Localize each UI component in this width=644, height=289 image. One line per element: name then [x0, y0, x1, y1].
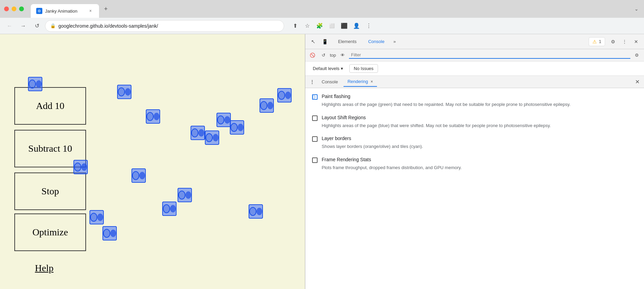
animated-square: [146, 109, 160, 124]
toolbar: ← → ↺ 🔒 googlechrome.github.io/devtools-…: [0, 18, 644, 34]
lock-icon: 🔒: [50, 23, 56, 28]
back-button[interactable]: ←: [4, 20, 15, 31]
inspect-element-button[interactable]: ↖: [308, 37, 318, 47]
layer-borders-header: Layer borders: [312, 136, 637, 142]
reload-button[interactable]: ↺: [31, 20, 42, 31]
animated-square: [131, 168, 146, 183]
more-icon: ⋮: [622, 39, 627, 44]
filter-input[interactable]: [349, 52, 630, 59]
frame-rendering-title: Frame Rendering Stats: [322, 157, 371, 162]
cursor-icon: ↖: [311, 39, 316, 45]
tab-rendering[interactable]: Rendering ×: [344, 77, 377, 87]
traffic-lights: [4, 6, 24, 11]
rendering-tab-bar: ⋮ Console Rendering × ✕: [305, 76, 644, 88]
tab-console[interactable]: Console: [363, 37, 390, 46]
more-button[interactable]: ⋮: [363, 20, 374, 31]
levels-label: Default levels: [313, 66, 339, 71]
close-traffic-light[interactable]: [4, 6, 9, 11]
close-rendering-panel[interactable]: ✕: [633, 78, 641, 86]
layout-shift-checkbox[interactable]: [312, 115, 318, 121]
paint-flashing-header: Paint flashing: [312, 94, 637, 100]
levels-bar: Default levels ▾ No Issues: [305, 61, 644, 76]
eye-button[interactable]: 👁: [338, 51, 347, 60]
paint-flashing-checkbox[interactable]: [312, 94, 318, 100]
tab-bar: Janky Animation × +: [31, 0, 630, 18]
add-10-button[interactable]: Add 10: [14, 87, 86, 125]
layer-borders-checkbox[interactable]: [312, 136, 318, 142]
frame-rendering-option: Frame Rendering Stats Plots frame throug…: [312, 157, 637, 171]
tab-console-rendering[interactable]: Console: [318, 77, 342, 86]
forward-icon: →: [20, 23, 26, 29]
default-levels-button[interactable]: Default levels ▾: [309, 65, 347, 72]
frame-rendering-desc: Plots frame throughput, dropped frames d…: [322, 164, 637, 171]
help-button[interactable]: Help: [14, 254, 74, 282]
paint-flashing-desc: Highlights areas of the page (green) tha…: [322, 101, 637, 108]
chevron-down-icon[interactable]: ⌄: [633, 5, 640, 13]
cast-button[interactable]: ⬜: [326, 20, 337, 31]
layer-borders-option: Layer borders Shows layer borders (orang…: [312, 136, 637, 150]
clear-console-button[interactable]: 🚫: [308, 51, 317, 60]
animated-square: [277, 88, 292, 102]
device-icon: 📱: [322, 39, 328, 44]
more-tabs-button[interactable]: »: [391, 38, 398, 45]
tab-close-button[interactable]: ×: [87, 8, 94, 14]
animated-square: [162, 202, 177, 216]
rendering-content: Paint flashing Highlights areas of the p…: [305, 88, 644, 289]
layer-borders-title: Layer borders: [322, 136, 351, 141]
animated-square: [216, 113, 231, 127]
bookmark-button[interactable]: ☆: [302, 20, 313, 31]
warning-badge[interactable]: ⚠ 1: [589, 37, 605, 46]
minimize-traffic-light[interactable]: [12, 6, 16, 11]
share-button[interactable]: ⬆: [290, 20, 300, 31]
profile-button[interactable]: 👤: [351, 20, 362, 31]
devtools-panel: ↖ 📱 Elements Console » ⚠ 1 ⚙: [305, 34, 644, 289]
animated-square: [249, 204, 263, 219]
frame-rendering-checkbox[interactable]: [312, 157, 318, 163]
paint-flashing-option: Paint flashing Highlights areas of the p…: [312, 94, 637, 108]
close-devtools-button[interactable]: ✕: [631, 37, 641, 47]
animated-square: [28, 77, 42, 91]
filter-bar: 🚫 ↺ top 👁 ⚙: [305, 49, 644, 61]
close-icon: ✕: [634, 39, 638, 44]
maximize-traffic-light[interactable]: [19, 6, 24, 11]
no-issues-button[interactable]: No Issues: [349, 64, 378, 73]
paint-flashing-title: Paint flashing: [322, 94, 350, 99]
filter-settings-button[interactable]: ⚙: [632, 51, 641, 60]
stop-button[interactable]: Stop: [14, 173, 86, 210]
extension-button[interactable]: 🧩: [314, 20, 325, 31]
optimize-button[interactable]: Optimize: [14, 214, 86, 251]
gear-icon: ⚙: [611, 39, 615, 44]
svg-rect-0: [313, 96, 315, 98]
layout-shift-title: Layout Shift Regions: [322, 115, 366, 120]
warning-icon: ⚠: [592, 39, 597, 44]
animated-square: [73, 160, 88, 174]
animated-square: [205, 130, 219, 145]
settings-button[interactable]: ⚙: [608, 37, 618, 47]
sidebar-toggle-button[interactable]: ⬛: [339, 20, 350, 31]
browser-window: Janky Animation × + ⌄ ← → ↺ 🔒 googlechro…: [0, 0, 644, 289]
rendering-more-button[interactable]: ⋮: [308, 78, 316, 86]
layer-borders-desc: Shows layer borders (orange/olive) and t…: [322, 143, 637, 150]
tab-favicon: [36, 8, 42, 14]
tab-elements[interactable]: Elements: [333, 37, 362, 46]
rendering-tab-close[interactable]: ×: [370, 79, 373, 84]
animated-square: [102, 226, 117, 240]
context-selector[interactable]: top: [330, 53, 336, 58]
frame-rendering-header: Frame Rendering Stats: [312, 157, 637, 163]
reload-icon: ↺: [35, 23, 39, 29]
layout-shift-desc: Highlights areas of the page (blue) that…: [322, 122, 637, 129]
forward-button[interactable]: →: [18, 20, 29, 31]
new-tab-button[interactable]: +: [100, 3, 111, 14]
levels-chevron: ▾: [341, 66, 343, 71]
devtools-header: ↖ 📱 Elements Console » ⚠ 1 ⚙: [305, 34, 644, 49]
reload-console-button[interactable]: ↺: [319, 51, 328, 60]
toolbar-actions: ⬆ ☆ 🧩 ⬜ ⬛ 👤 ⋮: [290, 20, 374, 31]
active-tab[interactable]: Janky Animation ×: [31, 4, 99, 18]
more-options-button[interactable]: ⋮: [619, 37, 630, 47]
title-bar: Janky Animation × + ⌄: [0, 0, 644, 18]
title-bar-right: ⌄: [633, 5, 640, 13]
warning-count: 1: [599, 39, 601, 44]
animated-square: [117, 85, 131, 99]
address-bar[interactable]: 🔒 googlechrome.github.io/devtools-sample…: [45, 20, 284, 32]
device-toggle-button[interactable]: 📱: [320, 37, 330, 47]
